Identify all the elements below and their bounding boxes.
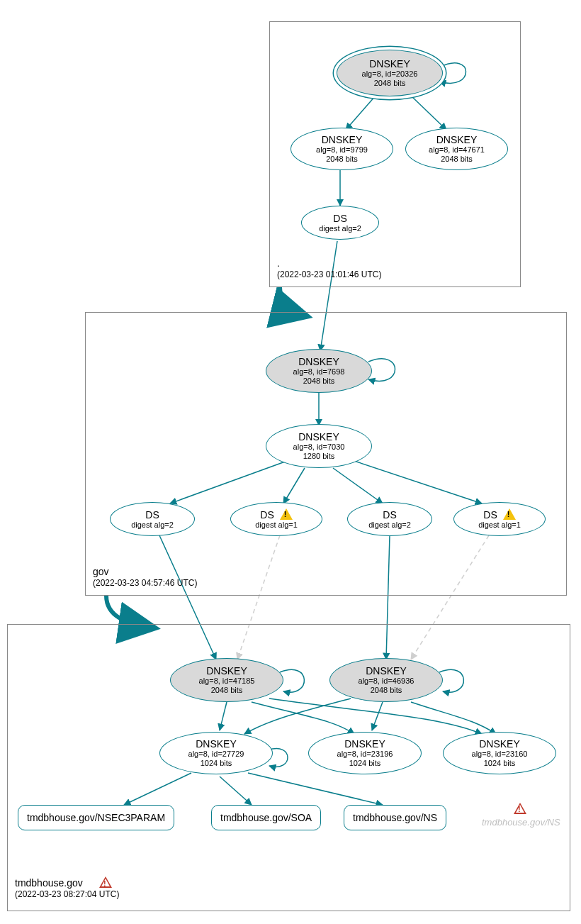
zone-leaf-name: tmdbhouse.gov — [15, 876, 119, 889]
rr-soa: tmdbhouse.gov/SOA — [211, 805, 321, 830]
gov-ds-alg1-b: DS digest alg=1 — [453, 502, 546, 536]
leaf-zsk-27729: DNSKEY alg=8, id=27729 1024 bits — [159, 732, 273, 774]
gov-ksk: DNSKEY alg=8, id=7698 2048 bits — [266, 349, 372, 393]
leaf-ksk-47185: DNSKEY alg=8, id=47185 2048 bits — [170, 658, 283, 702]
zone-root-name: . — [277, 257, 381, 269]
root-zsk-47671: DNSKEY alg=8, id=47671 2048 bits — [405, 128, 508, 170]
gov-ds-alg2-b: DS digest alg=2 — [347, 502, 432, 536]
error-icon — [514, 803, 526, 815]
ghost-ns: tmdbhouse.gov/NS — [482, 817, 560, 828]
warning-icon — [503, 508, 516, 520]
zone-root-label: . (2022-03-23 01:01:46 UTC) — [277, 257, 381, 281]
zone-root-timestamp: (2022-03-23 01:01:46 UTC) — [277, 269, 381, 281]
zone-gov-name: gov — [93, 565, 197, 578]
rr-ns: tmdbhouse.gov/NS — [344, 805, 446, 830]
rr-nsec3param: tmdbhouse.gov/NSEC3PARAM — [18, 805, 174, 830]
leaf-ksk-46936: DNSKEY alg=8, id=46936 2048 bits — [329, 658, 443, 702]
leaf-zsk-23160: DNSKEY alg=8, id=23160 1024 bits — [443, 732, 556, 774]
root-ds: DS digest alg=2 — [301, 206, 379, 240]
error-icon — [99, 876, 112, 888]
leaf-zsk-23196: DNSKEY alg=8, id=23196 1024 bits — [308, 732, 422, 774]
gov-zsk: DNSKEY alg=8, id=7030 1280 bits — [266, 424, 372, 468]
root-zsk-9799: DNSKEY alg=8, id=9799 2048 bits — [290, 128, 393, 170]
dnssec-graph: . (2022-03-23 01:01:46 UTC) gov (2022-03… — [0, 0, 581, 924]
zone-leaf-label: tmdbhouse.gov (2022-03-23 08:27:04 UTC) — [15, 876, 119, 901]
zone-gov-timestamp: (2022-03-23 04:57:46 UTC) — [93, 578, 197, 589]
gov-ds-alg2-a: DS digest alg=2 — [110, 502, 195, 536]
root-ksk: DNSKEY alg=8, id=20326 2048 bits — [337, 50, 443, 96]
zone-gov-label: gov (2022-03-23 04:57:46 UTC) — [93, 565, 197, 589]
warning-icon — [280, 508, 293, 520]
zone-leaf-timestamp: (2022-03-23 08:27:04 UTC) — [15, 889, 119, 901]
gov-ds-alg1-a: DS digest alg=1 — [230, 502, 322, 536]
